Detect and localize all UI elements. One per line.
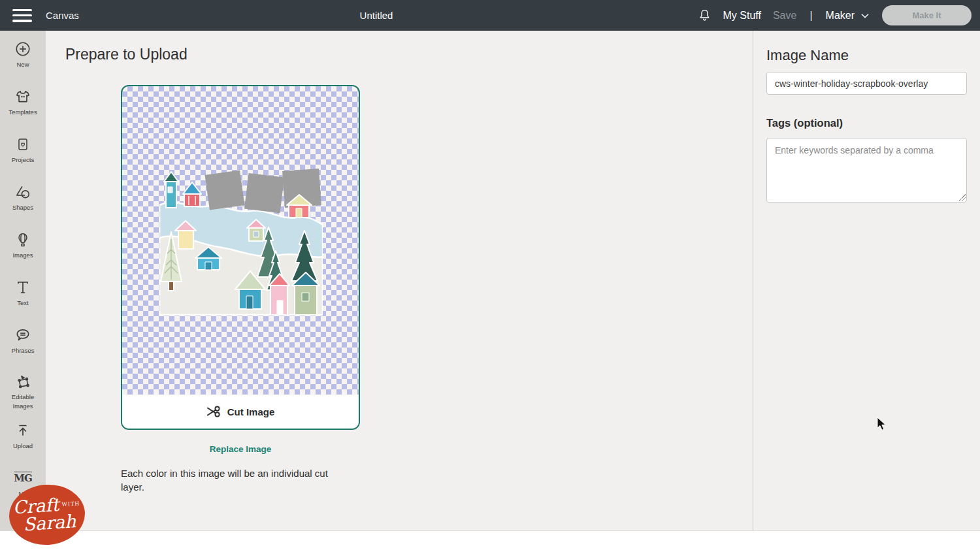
vector-edit-icon — [14, 374, 31, 391]
image-name-input[interactable] — [766, 72, 967, 95]
project-title[interactable]: Untitled — [360, 10, 393, 21]
topbar-divider: | — [809, 10, 812, 22]
tshirt-icon — [14, 88, 31, 106]
sidebar-item-projects[interactable]: Projects — [0, 135, 46, 169]
chevron-down-icon — [860, 10, 870, 21]
sidebar-label: Text — [3, 299, 43, 308]
upload-arrow-icon — [15, 421, 31, 440]
sidebar-label: New — [3, 60, 43, 69]
cut-image-label: Cut Image — [227, 406, 275, 417]
sidebar-item-editable-images[interactable]: Editable Images — [0, 374, 46, 408]
cut-layer-description: Each color in this image will be an indi… — [121, 466, 350, 494]
sidebar-label: Shapes — [3, 203, 43, 212]
canvas-menu-label[interactable]: Canvas — [46, 10, 79, 21]
sidebar-item-shapes[interactable]: Shapes — [0, 183, 46, 217]
bell-icon[interactable] — [698, 8, 711, 22]
scissors-icon — [206, 404, 221, 419]
logo-line2: Sarah — [23, 512, 77, 534]
make-it-button[interactable]: Make It — [882, 5, 972, 25]
bottom-action-bar — [0, 530, 980, 552]
upload-preview-card[interactable]: Cut Image — [121, 85, 360, 430]
machine-label: Maker — [826, 10, 855, 22]
page-title: Prepare to Upload — [65, 46, 188, 63]
sidebar-label: Projects — [3, 155, 43, 165]
plus-circle-icon — [14, 40, 31, 58]
sidebar-label: Templates — [3, 108, 43, 117]
top-bar: Canvas Untitled My Stuff Save | Maker Ma… — [0, 0, 980, 31]
logo-with: WITH — [61, 500, 80, 508]
sidebar-label: Images — [3, 251, 43, 260]
sidebar-item-upload[interactable]: Upload — [0, 421, 46, 455]
sidebar-label: Editable Images — [3, 393, 43, 411]
tags-textarea[interactable] — [766, 138, 967, 203]
letter-t-icon — [15, 278, 31, 297]
mouse-cursor — [877, 417, 887, 431]
sidebar-item-new[interactable]: New — [0, 40, 46, 74]
my-stuff-link[interactable]: My Stuff — [723, 10, 761, 22]
sidebar-item-phrases[interactable]: Phrases — [0, 326, 46, 360]
machine-selector[interactable]: Maker — [826, 10, 870, 22]
save-button[interactable]: Save — [773, 10, 796, 22]
sidebar-item-images[interactable]: Images — [0, 231, 46, 265]
speech-bubble-icon — [14, 326, 31, 344]
replace-image-link[interactable]: Replace Image — [210, 444, 272, 454]
sidebar-item-templates[interactable]: Templates — [0, 88, 46, 122]
cut-image-section: Cut Image — [122, 395, 359, 429]
notebook-heart-icon — [15, 135, 31, 154]
monogram-mg-icon: MG — [14, 469, 31, 487]
preview-image — [159, 167, 323, 316]
left-sidebar: New Templates Projects Shapes Images Tex… — [0, 31, 46, 531]
panel-divider — [753, 31, 753, 530]
image-name-heading: Image Name — [766, 47, 849, 64]
sidebar-label: Upload — [3, 442, 43, 451]
sidebar-item-text[interactable]: Text — [0, 278, 46, 312]
hot-air-balloon-icon — [15, 231, 31, 249]
tags-heading: Tags (optional) — [766, 117, 843, 129]
triangle-circle-icon — [14, 183, 31, 201]
hamburger-menu-icon[interactable] — [12, 9, 32, 22]
sidebar-label: Phrases — [3, 346, 43, 355]
